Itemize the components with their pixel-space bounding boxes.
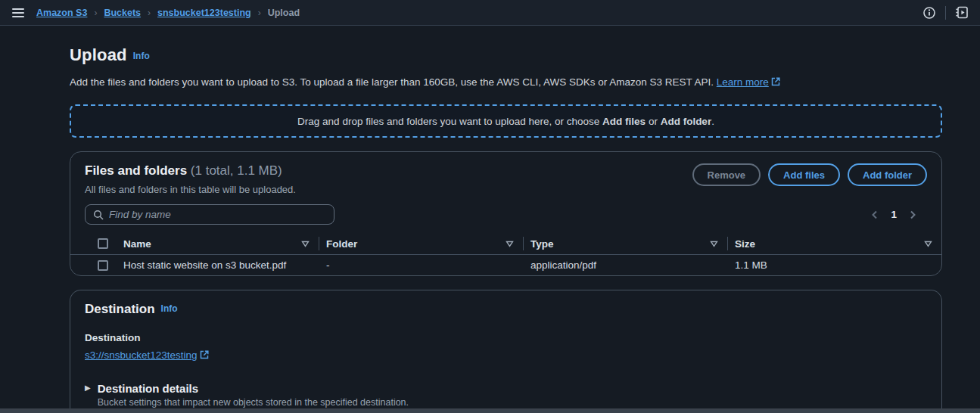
destination-info-link[interactable]: Info — [161, 303, 178, 314]
topbar-left: Amazon S3 › Buckets › snsbucket123testin… — [11, 5, 300, 20]
next-page-icon[interactable] — [907, 209, 918, 221]
page-header: Upload Info — [70, 45, 942, 65]
add-folder-button[interactable]: Add folder — [848, 163, 927, 186]
column-header-type[interactable]: Type — [523, 233, 727, 254]
destination-field-label: Destination — [85, 332, 927, 343]
breadcrumb-buckets[interactable]: Buckets — [104, 8, 141, 18]
page-description: Add the files and folders you want to up… — [70, 76, 942, 88]
breadcrumb-current-upload: Upload — [268, 8, 300, 18]
breadcrumb-amazon-s3[interactable]: Amazon S3 — [36, 8, 87, 18]
sort-icon[interactable] — [506, 238, 514, 250]
column-header-size[interactable]: Size — [727, 233, 941, 254]
destination-panel: Destination Info Destination s3://snsbuc… — [70, 290, 942, 413]
drag-drop-zone[interactable]: Drag and drop files and folders you want… — [70, 104, 942, 138]
breadcrumb-bucket-name[interactable]: snsbucket123testing — [157, 8, 251, 18]
cell-size: 1.1 MB — [727, 259, 941, 271]
cell-name: Host static website on s3 bucket.pdf — [116, 259, 319, 271]
horizontal-scrollbar[interactable] — [0, 408, 980, 413]
files-panel-subtitle: All files and folders in this table will… — [85, 184, 296, 195]
search-input[interactable] — [109, 209, 326, 220]
table-row[interactable]: Host static website on s3 bucket.pdf - a… — [70, 255, 941, 275]
caret-right-icon: ▶ — [85, 382, 91, 394]
topbar-divider — [945, 6, 946, 20]
select-all-checkbox[interactable] — [98, 238, 108, 249]
learn-more-link[interactable]: Learn more — [717, 76, 769, 88]
current-page-number[interactable]: 1 — [891, 209, 897, 220]
search-icon — [93, 210, 104, 220]
topbar-right — [921, 4, 971, 21]
app-root: Amazon S3 › Buckets › snsbucket123testin… — [0, 0, 980, 413]
destination-bucket-link[interactable]: s3://snsbucket123testing — [85, 349, 198, 361]
pagination: 1 — [870, 209, 918, 221]
row-select-cell — [70, 255, 116, 275]
external-link-icon — [200, 350, 209, 362]
sort-icon[interactable] — [710, 238, 718, 250]
destination-details-text: Destination details Bucket settings that… — [98, 382, 409, 408]
sort-icon[interactable] — [924, 238, 932, 250]
column-header-name[interactable]: Name — [116, 233, 319, 254]
files-panel-heading: Files and folders (1 total, 1.1 MB) All … — [85, 163, 296, 195]
table-filter-row: 1 — [70, 195, 941, 225]
files-panel-title: Files and folders — [85, 163, 187, 178]
select-all-cell — [70, 233, 116, 254]
row-checkbox[interactable] — [98, 260, 108, 271]
files-table: Name Folder Type Size — [70, 233, 941, 275]
files-panel-actions: Remove Add files Add folder — [692, 163, 927, 186]
destination-panel-header: Destination Info — [85, 302, 927, 317]
cell-folder: - — [319, 259, 523, 271]
previous-page-icon[interactable] — [870, 209, 880, 221]
sort-icon[interactable] — [301, 238, 310, 250]
breadcrumb-separator: › — [94, 8, 97, 18]
dropzone-text: Drag and drop files and folders you want… — [297, 116, 714, 127]
breadcrumb-separator: › — [148, 8, 151, 18]
top-navigation: Amazon S3 › Buckets › snsbucket123testin… — [0, 0, 980, 26]
destination-details-subtitle: Bucket settings that impact new objects … — [98, 397, 409, 408]
destination-details-title: Destination details — [98, 382, 409, 395]
external-link-icon — [771, 77, 780, 88]
destination-details-expander[interactable]: ▶ Destination details Bucket settings th… — [85, 382, 927, 408]
page-title: Upload — [70, 45, 127, 65]
side-panel-icon[interactable] — [954, 4, 971, 21]
add-files-button[interactable]: Add files — [768, 163, 840, 186]
remove-button[interactable]: Remove — [692, 163, 761, 186]
files-panel-count: (1 total, 1.1 MB) — [191, 163, 282, 178]
files-and-folders-panel: Files and folders (1 total, 1.1 MB) All … — [70, 151, 942, 276]
cell-type: application/pdf — [523, 259, 727, 271]
info-circle-icon[interactable] — [921, 5, 938, 21]
table-header-row: Name Folder Type Size — [70, 233, 941, 255]
breadcrumb-separator: › — [258, 8, 261, 18]
destination-link-line: s3://snsbucket123testing — [85, 349, 927, 362]
column-header-folder[interactable]: Folder — [319, 233, 523, 254]
search-box[interactable] — [85, 204, 334, 225]
main-content: Upload Info Add the files and folders yo… — [0, 45, 980, 413]
page-info-link[interactable]: Info — [133, 51, 150, 61]
menu-icon[interactable] — [11, 5, 26, 20]
breadcrumb: Amazon S3 › Buckets › snsbucket123testin… — [36, 8, 300, 18]
destination-panel-title: Destination — [85, 302, 155, 317]
files-panel-header: Files and folders (1 total, 1.1 MB) All … — [70, 152, 941, 195]
page-description-text: Add the files and folders you want to up… — [70, 76, 714, 88]
